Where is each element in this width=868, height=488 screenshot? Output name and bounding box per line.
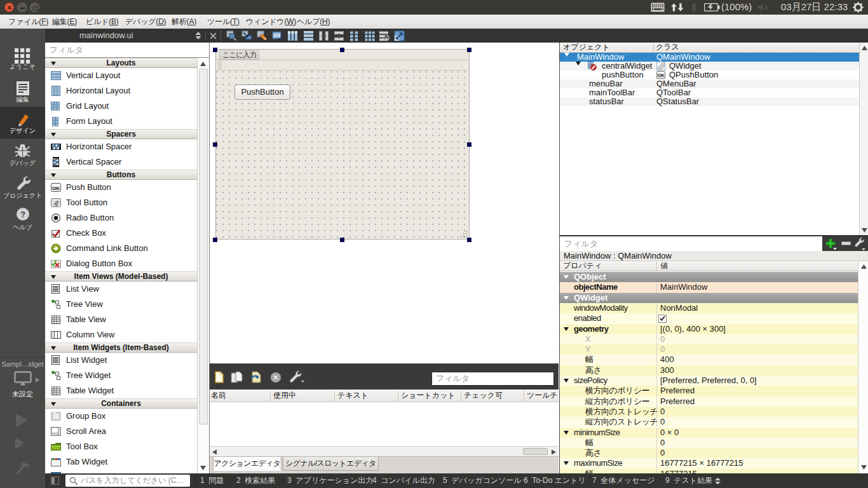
svg-text:OK: OK bbox=[658, 73, 665, 78]
svg-text:?: ? bbox=[20, 210, 25, 219]
svg-text:OK: OK bbox=[52, 186, 60, 191]
svg-text:123: 123 bbox=[273, 33, 280, 37]
